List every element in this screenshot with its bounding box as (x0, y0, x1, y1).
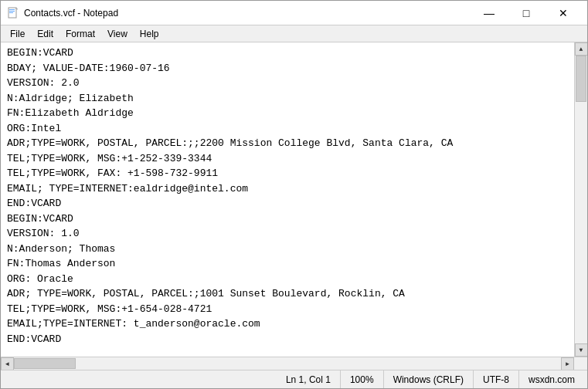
scrollbar-vertical[interactable]: ▲ ▼ (574, 42, 587, 357)
scroll-up-button[interactable]: ▲ (575, 42, 588, 56)
notepad-window: Contacts.vcf - Notepad — □ ✕ File Edit F… (0, 0, 588, 389)
menu-view[interactable]: View (101, 27, 134, 41)
menu-format[interactable]: Format (59, 27, 101, 41)
app-icon (7, 7, 19, 19)
status-position: Ln 1, Col 1 (277, 370, 341, 388)
svg-rect-1 (9, 9, 15, 10)
window-title: Contacts.vcf - Notepad (24, 8, 118, 19)
title-bar-left: Contacts.vcf - Notepad (7, 7, 118, 19)
title-bar: Contacts.vcf - Notepad — □ ✕ (1, 1, 587, 25)
status-lineending: Windows (CRLF) (384, 370, 474, 388)
svg-rect-3 (9, 12, 13, 13)
svg-rect-2 (9, 11, 15, 12)
menu-bar: File Edit Format View Help (1, 25, 587, 42)
menu-edit[interactable]: Edit (31, 27, 59, 41)
scrollbar-corner (574, 357, 587, 370)
status-bar: Ln 1, Col 1 100% Windows (CRLF) UTF-8 ws… (1, 370, 587, 388)
scroll-right-button[interactable]: ► (561, 357, 574, 370)
maximize-button[interactable]: □ (508, 2, 544, 24)
scroll-thumb-vertical[interactable] (576, 56, 586, 102)
scroll-thumb-horizontal[interactable] (14, 358, 76, 369)
scroll-left-button[interactable]: ◄ (1, 357, 14, 370)
scroll-track-horizontal[interactable] (14, 357, 561, 370)
status-watermark: wsxdn.com (519, 370, 584, 388)
editor-area: BEGIN:VCARD BDAY; VALUE-DATE:1960-07-16 … (1, 42, 587, 357)
scrollbar-horizontal[interactable]: ◄ ► (1, 357, 587, 370)
title-controls: — □ ✕ (471, 2, 581, 24)
menu-help[interactable]: Help (134, 27, 165, 41)
status-zoom: 100% (341, 370, 384, 388)
svg-marker-4 (16, 8, 18, 9)
status-encoding: UTF-8 (474, 370, 519, 388)
scroll-down-button[interactable]: ▼ (575, 343, 588, 357)
minimize-button[interactable]: — (471, 2, 507, 24)
close-button[interactable]: ✕ (546, 2, 581, 24)
menu-file[interactable]: File (4, 27, 31, 41)
scroll-track-vertical[interactable] (575, 56, 587, 343)
text-content[interactable]: BEGIN:VCARD BDAY; VALUE-DATE:1960-07-16 … (1, 42, 574, 357)
